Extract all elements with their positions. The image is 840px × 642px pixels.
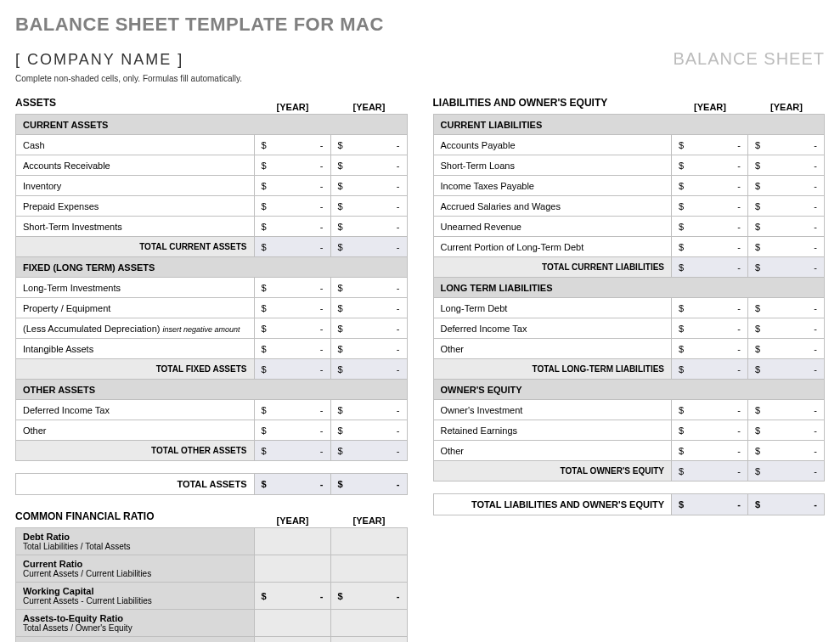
current-liabilities-row-1-label[interactable]: Short-Term Loans xyxy=(433,155,672,176)
current-liabilities-row-4-label[interactable]: Unearned Revenue xyxy=(433,217,672,237)
current-assets-row-3-y1[interactable]: $- xyxy=(254,196,330,217)
longterm-liabilities-row-1-y1[interactable]: $- xyxy=(672,318,748,339)
ratio-section-header: COMMON FINANCIAL RATIO xyxy=(15,507,255,526)
owners-equity-row-1-y2[interactable]: $- xyxy=(748,420,825,441)
owners-equity-header: OWNER'S EQUITY xyxy=(433,380,825,400)
fixed-assets-row-0-label[interactable]: Long-Term Investments xyxy=(16,278,255,298)
owners-equity-row-2-y1[interactable]: $- xyxy=(672,441,748,461)
balance-sheet-label: BALANCE SHEET xyxy=(673,49,825,69)
longterm-liabilities-row-1-y2[interactable]: $- xyxy=(748,318,825,339)
current-liabilities-row-1-y2[interactable]: $- xyxy=(748,155,825,176)
owners-equity-row-2-y2[interactable]: $- xyxy=(748,441,825,461)
ratio-2-y2: $- xyxy=(330,583,407,610)
current-liabilities-row-5-y1[interactable]: $- xyxy=(672,237,748,257)
owners-equity-row-0-y1[interactable]: $- xyxy=(672,400,748,420)
longterm-liabilities-row-0-label[interactable]: Long-Term Debt xyxy=(433,298,672,318)
year1-header-ratio: [YEAR] xyxy=(255,515,331,526)
fixed-assets-row-3-y1[interactable]: $- xyxy=(254,339,330,359)
current-assets-row-0-y1[interactable]: $- xyxy=(254,135,330,155)
ratio-0-y2 xyxy=(330,528,407,555)
owners-equity-row-1-y1[interactable]: $- xyxy=(672,420,748,441)
company-name: [ COMPANY NAME ] xyxy=(15,51,183,69)
total-assets-y2: $- xyxy=(330,474,407,495)
total-liabilities-equity-y2: $- xyxy=(748,494,825,515)
other-assets-header: OTHER ASSETS xyxy=(16,380,408,400)
total-assets-label: TOTAL ASSETS xyxy=(16,474,255,495)
current-liabilities-row-3-label[interactable]: Accrued Salaries and Wages xyxy=(433,196,672,217)
owners-equity-row-2-label[interactable]: Other xyxy=(433,441,672,461)
fixed-assets-row-1-y1[interactable]: $- xyxy=(254,298,330,318)
ratio-table: Debt Ratio Total Liabilities / Total Ass… xyxy=(15,527,408,642)
other-assets-row-0-y1[interactable]: $- xyxy=(254,400,330,420)
fixed-assets-row-0-y1[interactable]: $- xyxy=(254,278,330,298)
longterm-liabilities-row-2-y1[interactable]: $- xyxy=(672,339,748,359)
fixed-assets-row-2-y1[interactable]: $- xyxy=(254,318,330,339)
current-liabilities-row-0-y2[interactable]: $- xyxy=(748,135,825,155)
total-current-liabilities-label: TOTAL CURRENT LIABILITIES xyxy=(433,257,672,278)
current-assets-header: CURRENT ASSETS xyxy=(16,115,408,135)
current-liabilities-row-0-y1[interactable]: $- xyxy=(672,135,748,155)
total-owners-equity-y1: $- xyxy=(672,461,748,482)
current-liabilities-row-0-label[interactable]: Accounts Payable xyxy=(433,135,672,155)
current-assets-row-1-y2[interactable]: $- xyxy=(330,155,407,176)
longterm-liabilities-row-1-label[interactable]: Deferred Income Tax xyxy=(433,318,672,339)
current-liabilities-row-5-label[interactable]: Current Portion of Long-Term Debt xyxy=(433,237,672,257)
ratio-3-label: Assets-to-Equity Ratio Total Assets / Ow… xyxy=(16,610,255,637)
current-liabilities-row-2-y1[interactable]: $- xyxy=(672,176,748,196)
other-assets-row-1-label[interactable]: Other xyxy=(16,420,255,441)
fixed-assets-row-0-y2[interactable]: $- xyxy=(330,278,407,298)
current-liabilities-row-2-y2[interactable]: $- xyxy=(748,176,825,196)
ratio-header-row: COMMON FINANCIAL RATIO [YEAR] [YEAR] xyxy=(15,507,408,526)
total-assets-y1: $- xyxy=(254,474,330,495)
longterm-liabilities-row-2-label[interactable]: Other xyxy=(433,339,672,359)
current-assets-row-0-label[interactable]: Cash xyxy=(16,135,255,155)
current-liabilities-row-3-y2[interactable]: $- xyxy=(748,196,825,217)
total-current-liabilities-y2: $- xyxy=(748,257,825,278)
current-liabilities-row-4-y2[interactable]: $- xyxy=(748,217,825,237)
fixed-assets-row-2-y2[interactable]: $- xyxy=(330,318,407,339)
owners-equity-row-0-y2[interactable]: $- xyxy=(748,400,825,420)
total-other-assets-y2: $- xyxy=(330,441,407,461)
current-assets-row-2-y2[interactable]: $- xyxy=(330,176,407,196)
owners-equity-row-0-label[interactable]: Owner's Investment xyxy=(433,400,672,420)
current-assets-row-0-y2[interactable]: $- xyxy=(330,135,407,155)
current-assets-row-1-y1[interactable]: $- xyxy=(254,155,330,176)
longterm-liabilities-row-0-y1[interactable]: $- xyxy=(672,298,748,318)
current-assets-row-4-y2[interactable]: $- xyxy=(330,217,407,237)
year2-header-ratio: [YEAR] xyxy=(331,515,408,526)
current-assets-row-2-y1[interactable]: $- xyxy=(254,176,330,196)
fixed-assets-row-1-label[interactable]: Property / Equipment xyxy=(16,298,255,318)
current-assets-row-4-y1[interactable]: $- xyxy=(254,217,330,237)
total-fixed-assets-y2: $- xyxy=(330,359,407,380)
current-liabilities-row-2-label[interactable]: Income Taxes Payable xyxy=(433,176,672,196)
current-liabilities-row-3-y1[interactable]: $- xyxy=(672,196,748,217)
current-assets-row-3-label[interactable]: Prepaid Expenses xyxy=(16,196,255,217)
fixed-assets-row-3-y2[interactable]: $- xyxy=(330,339,407,359)
current-liabilities-row-1-y1[interactable]: $- xyxy=(672,155,748,176)
instructions: Complete non-shaded cells, only. Formula… xyxy=(15,74,825,83)
fixed-assets-row-2-label[interactable]: (Less Accumulated Depreciation) insert n… xyxy=(16,318,255,339)
current-assets-row-2-label[interactable]: Inventory xyxy=(16,176,255,196)
longterm-liabilities-header: LONG TERM LIABILITIES xyxy=(433,278,825,298)
assets-table: CURRENT ASSETS Cash $- $- Accounts Recei… xyxy=(15,114,408,461)
current-assets-row-1-label[interactable]: Accounts Receivable xyxy=(16,155,255,176)
liabilities-table: CURRENT LIABILITIES Accounts Payable $- … xyxy=(433,114,826,482)
fixed-assets-row-1-y2[interactable]: $- xyxy=(330,298,407,318)
total-longterm-liabilities-y1: $- xyxy=(672,359,748,380)
current-liabilities-row-4-y1[interactable]: $- xyxy=(672,217,748,237)
total-assets-table: TOTAL ASSETS $- $- xyxy=(15,473,408,495)
owners-equity-row-1-label[interactable]: Retained Earnings xyxy=(433,420,672,441)
current-assets-row-3-y2[interactable]: $- xyxy=(330,196,407,217)
other-assets-row-1-y1[interactable]: $- xyxy=(254,420,330,441)
year2-header-assets: [YEAR] xyxy=(331,102,408,112)
current-assets-row-4-label[interactable]: Short-Term Investments xyxy=(16,217,255,237)
longterm-liabilities-row-2-y2[interactable]: $- xyxy=(748,339,825,359)
other-assets-row-0-y2[interactable]: $- xyxy=(330,400,407,420)
total-longterm-liabilities-y2: $- xyxy=(748,359,825,380)
other-assets-row-0-label[interactable]: Deferred Income Tax xyxy=(16,400,255,420)
ratio-2-label: Working Capital Current Assets - Current… xyxy=(16,583,255,610)
other-assets-row-1-y2[interactable]: $- xyxy=(330,420,407,441)
longterm-liabilities-row-0-y2[interactable]: $- xyxy=(748,298,825,318)
current-liabilities-row-5-y2[interactable]: $- xyxy=(748,237,825,257)
fixed-assets-row-3-label[interactable]: Intangible Assets xyxy=(16,339,255,359)
